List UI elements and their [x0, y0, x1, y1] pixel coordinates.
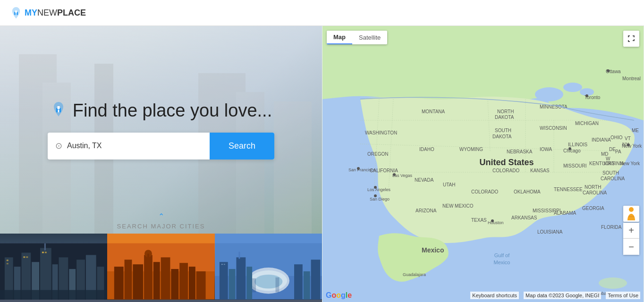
hero-content: Find the place you love... ⊙ Search: [0, 101, 322, 159]
svg-text:MONTANA: MONTANA: [422, 109, 445, 114]
svg-rect-36: [133, 264, 144, 299]
svg-rect-45: [147, 253, 149, 258]
svg-text:MISSOURI: MISSOURI: [563, 163, 586, 168]
svg-point-150: [599, 277, 627, 289]
dallas-skyline: [107, 243, 214, 300]
svg-text:Mexico: Mexico: [494, 260, 510, 265]
svg-text:WYOMING: WYOMING: [459, 147, 483, 152]
svg-point-148: [585, 94, 588, 97]
svg-text:CAROLINA: CAROLINA: [601, 176, 625, 181]
svg-rect-1: [15, 10, 17, 13]
svg-text:IDAHO: IDAHO: [419, 147, 434, 152]
svg-rect-39: [161, 257, 170, 299]
city-thumb-nyc[interactable]: [0, 234, 107, 300]
main-layout: Find the place you love... ⊙ Search ⌃ SE…: [0, 26, 644, 302]
svg-rect-51: [252, 278, 256, 293]
map-pegman[interactable]: [623, 206, 639, 222]
svg-point-65: [563, 83, 582, 92]
svg-text:SOUTH: SOUTH: [495, 128, 511, 133]
svg-text:PA: PA: [615, 149, 621, 154]
cities-chevron[interactable]: ⌃: [0, 210, 322, 223]
map-type-bar: Map Satellite: [327, 31, 387, 44]
logo[interactable]: MYNEWPLACE: [9, 6, 86, 19]
svg-rect-35: [125, 260, 132, 299]
map-container[interactable]: Gulf of Mexico WASHINGTON MONTANA NORTH …: [322, 26, 644, 302]
search-input[interactable]: [67, 133, 202, 159]
svg-text:KANSAS: KANSAS: [530, 168, 550, 173]
svg-rect-24: [44, 243, 46, 251]
svg-rect-38: [153, 262, 160, 299]
svg-point-147: [491, 219, 494, 222]
svg-text:TEXAS: TEXAS: [471, 218, 487, 223]
svg-text:DAKOTA: DAKOTA: [492, 134, 512, 139]
svg-text:Gulf of: Gulf of: [494, 252, 510, 258]
svg-rect-55: [236, 257, 246, 299]
svg-text:COLORADO: COLORADO: [471, 189, 498, 194]
svg-rect-27: [23, 256, 25, 258]
svg-text:OREGON: OREGON: [367, 151, 388, 157]
svg-rect-30: [45, 252, 47, 253]
svg-rect-60: [238, 252, 240, 259]
svg-text:TENNESSEE: TENNESSEE: [554, 187, 583, 192]
svg-point-145: [568, 147, 571, 150]
svg-text:INDIANA: INDIANA: [592, 137, 611, 143]
svg-point-142: [393, 173, 396, 176]
svg-text:MISSISSIPPI: MISSISSIPPI: [533, 208, 560, 213]
svg-text:MICHIGAN: MICHIGAN: [575, 121, 599, 126]
map-svg: Gulf of Mexico WASHINGTON MONTANA NORTH …: [322, 26, 644, 302]
map-zoom-out-button[interactable]: −: [623, 239, 639, 255]
svg-text:OKLAHOMA: OKLAHOMA: [514, 189, 541, 194]
svg-text:Los Angeles: Los Angeles: [367, 187, 391, 192]
svg-point-144: [374, 194, 377, 197]
svg-text:San Francisco: San Francisco: [348, 168, 376, 172]
svg-point-152: [629, 207, 634, 212]
city-thumb-dallas[interactable]: [107, 234, 214, 300]
map-zoom-controls: + −: [623, 223, 639, 255]
map-zoom-in-button[interactable]: +: [623, 223, 639, 239]
svg-text:VT: VT: [625, 136, 631, 141]
svg-text:NORTH: NORTH: [585, 185, 601, 190]
svg-rect-58: [303, 271, 310, 299]
hero-section: Find the place you love... ⊙ Search ⌃ SE…: [0, 26, 322, 234]
map-type-satellite-button[interactable]: Satellite: [352, 31, 387, 44]
svg-point-141: [357, 167, 360, 170]
svg-text:San Diego: San Diego: [370, 197, 390, 201]
svg-point-143: [374, 186, 377, 189]
svg-text:Chicago: Chicago: [563, 148, 581, 153]
svg-text:Montreal: Montreal: [622, 76, 641, 81]
left-panel: Find the place you love... ⊙ Search ⌃ SE…: [0, 26, 322, 302]
svg-text:ILLINOIS: ILLINOIS: [568, 142, 587, 147]
right-panel: Gulf of Mexico WASHINGTON MONTANA NORTH …: [322, 26, 644, 302]
map-type-map-button[interactable]: Map: [327, 31, 352, 44]
svg-rect-34: [114, 267, 124, 299]
city-thumb-chicago[interactable]: [215, 234, 322, 300]
svg-rect-2: [16, 13, 17, 15]
logo-text: MYNEWPLACE: [25, 8, 86, 18]
svg-rect-11: [58, 109, 59, 112]
search-input-wrapper: ⊙: [48, 133, 210, 159]
logo-icon: [9, 6, 23, 19]
svg-text:United States: United States: [479, 158, 534, 167]
svg-text:WISCONSIN: WISCONSIN: [540, 126, 567, 131]
svg-rect-62: [223, 264, 225, 265]
svg-text:Houston: Houston: [488, 220, 504, 225]
svg-rect-31: [0, 290, 107, 300]
svg-text:New York: New York: [622, 143, 642, 149]
svg-text:COLORADO: COLORADO: [492, 168, 519, 173]
svg-rect-43: [196, 271, 206, 299]
svg-rect-53: [220, 262, 228, 299]
svg-text:ME: ME: [632, 128, 639, 133]
svg-rect-61: [221, 264, 222, 265]
svg-rect-37: [144, 255, 153, 299]
svg-text:NORTH: NORTH: [497, 109, 514, 114]
svg-rect-52: [275, 277, 279, 293]
search-button[interactable]: Search: [210, 133, 274, 159]
map-fullscreen-button[interactable]: [623, 31, 639, 47]
svg-rect-25: [7, 260, 8, 261]
svg-rect-28: [26, 256, 28, 258]
svg-text:Mexico: Mexico: [422, 246, 444, 254]
svg-text:ARKANSAS: ARKANSAS: [511, 215, 537, 220]
svg-text:NEVADA: NEVADA: [415, 177, 434, 183]
chicago-skyline: [215, 243, 322, 300]
city-thumbnails: [0, 234, 322, 300]
